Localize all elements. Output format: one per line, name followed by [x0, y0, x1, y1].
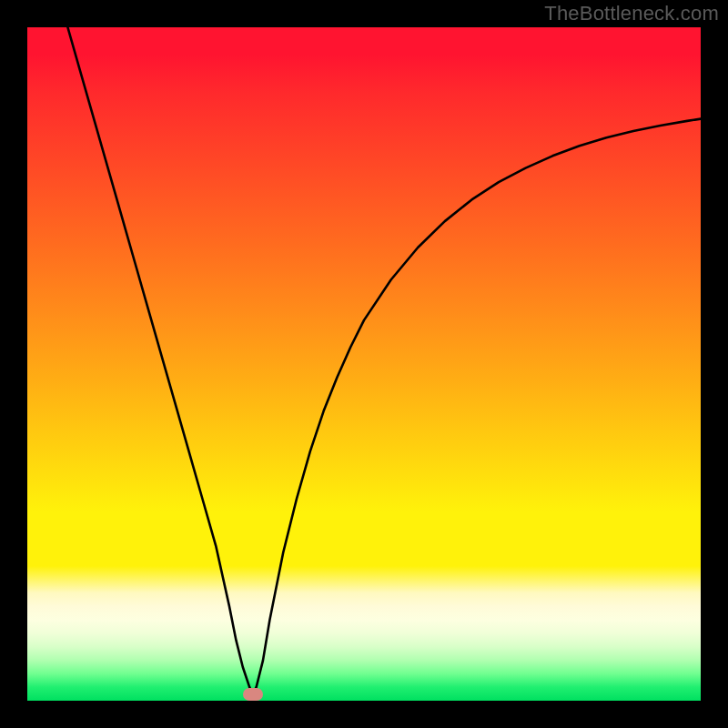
curve-layer: [27, 27, 701, 701]
bottleneck-curve: [67, 27, 701, 694]
curve-svg: [27, 27, 701, 701]
optimal-marker: [243, 688, 263, 701]
chart-frame: TheBottleneck.com: [0, 0, 728, 728]
plot-area: [27, 27, 701, 701]
watermark-text: TheBottleneck.com: [544, 2, 719, 25]
